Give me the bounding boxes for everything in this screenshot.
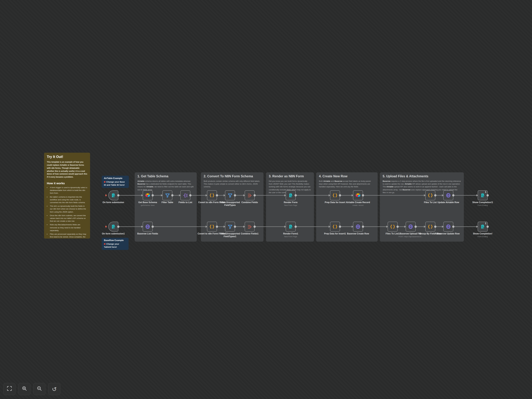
pin-icon: [104, 181, 105, 183]
input-port[interactable]: [424, 226, 425, 228]
node-combine-fields[interactable]: Combine Fields: [245, 190, 255, 200]
output-port[interactable]: [362, 194, 364, 196]
output-port[interactable]: [189, 194, 191, 196]
input-port[interactable]: [179, 194, 181, 196]
try-it-out-sticky-note[interactable]: Try It Out!This template is an example o…: [44, 153, 90, 239]
node-filter-table[interactable]: Filter Table: [162, 190, 172, 200]
output-port[interactable]: [414, 226, 417, 228]
fit-view-button[interactable]: [3, 383, 16, 395]
section-panel[interactable]: 4. Create New RowBoth Airtable and Baser…: [316, 172, 378, 242]
node-baserow-update-row[interactable]: Baserow Update Row: [443, 222, 453, 232]
node-files-to-list1[interactable]: Files To List1: [388, 222, 398, 232]
output-port[interactable]: [234, 226, 236, 228]
input-port[interactable]: [351, 226, 353, 228]
input-port[interactable]: [284, 226, 286, 228]
output-port[interactable]: [486, 194, 489, 196]
note-bullet: Note any files/attachments fields are re…: [50, 223, 87, 232]
zoom-in-button[interactable]: [18, 383, 31, 395]
node-prep-data-for-insert[interactable]: Prep Data for Insert: [330, 190, 340, 200]
node-fields-to-list[interactable]: Fields to List: [180, 190, 190, 200]
workflow-canvas[interactable]: 1. Get Table SchemaAirtable schema retur…: [0, 0, 532, 399]
output-port[interactable]: [486, 226, 489, 228]
node-baserow-create-row[interactable]: Baserow Create Row: [353, 222, 363, 232]
output-port[interactable]: [294, 194, 297, 196]
filter-icon: [165, 193, 170, 198]
node-group-by-fieldname[interactable]: Group By FieldName: [425, 222, 435, 232]
node-filter-unsupported-fieldtypes[interactable]: Filter Unsupported FieldTypes: [225, 190, 235, 200]
input-port[interactable]: [284, 194, 286, 196]
output-port[interactable]: [152, 226, 154, 228]
output-port[interactable]: [152, 194, 154, 196]
output-port[interactable]: [434, 226, 436, 228]
input-port[interactable]: [205, 226, 207, 228]
node-sublabel: create: record: [342, 204, 374, 206]
node-show-completion[interactable]: 1Show Completion!Form Ending: [478, 222, 488, 232]
input-port[interactable]: [442, 226, 443, 228]
code-icon: [390, 224, 395, 229]
node-covert-to-n8n-form-fields[interactable]: Covert to n8n Form Fields: [207, 190, 217, 200]
node-render-form1[interactable]: Render Form1Next Form Page: [286, 222, 296, 232]
output-port[interactable]: [253, 194, 256, 196]
input-port[interactable]: [476, 226, 478, 228]
input-port[interactable]: [329, 226, 330, 228]
node-update-airtable-row[interactable]: Update Airtable Row: [443, 190, 453, 200]
output-port[interactable]: [234, 194, 236, 196]
input-port[interactable]: [223, 226, 225, 228]
splitout-icon: [183, 193, 188, 198]
input-port[interactable]: [424, 194, 425, 196]
baserow-example-sticky-note[interactable]: BaseRow Example Change your TableId here…: [102, 238, 129, 250]
output-port[interactable]: [452, 194, 454, 196]
output-port[interactable]: [396, 226, 399, 228]
note-bullet: A form trigger is used to dynamically se…: [50, 186, 87, 195]
node-show-completion-1[interactable]: 1Show Completion!1Form Ending: [478, 190, 488, 200]
output-port[interactable]: [339, 194, 341, 196]
undo-button[interactable]: ↺: [48, 383, 60, 395]
note-heading: How it works: [47, 182, 87, 185]
output-port[interactable]: [253, 226, 256, 228]
zoom-out-button[interactable]: [33, 383, 45, 395]
node-filter-unsupported-fieldtypes1[interactable]: Filter Unsupported FieldTypes1: [225, 222, 235, 232]
output-port[interactable]: [362, 226, 364, 228]
input-port[interactable]: [223, 194, 225, 196]
output-port[interactable]: [117, 194, 119, 196]
filter-icon: [227, 193, 233, 198]
node-airtable-create-record[interactable]: Airtable Create Recordcreate: record: [353, 190, 363, 200]
globe-icon: [408, 224, 413, 229]
input-port[interactable]: [141, 194, 143, 196]
input-port[interactable]: [141, 226, 143, 228]
input-port[interactable]: [476, 194, 478, 196]
node-covert-to-n8n-form-fields1[interactable]: Covert to n8n Form Fields1: [207, 222, 217, 232]
node-label: Combine Fields: [234, 201, 265, 204]
node-get-base-schema[interactable]: Get Base SchemagetSchema: base: [143, 190, 153, 200]
input-port[interactable]: [351, 194, 353, 196]
note-title: Try It Out!: [47, 155, 87, 159]
globe-icon: [446, 224, 451, 229]
node-render-form[interactable]: Render FormNext Form Page: [286, 190, 296, 200]
output-port[interactable]: [216, 194, 218, 196]
output-port[interactable]: [339, 226, 341, 228]
output-port[interactable]: [171, 194, 173, 196]
input-port[interactable]: [404, 226, 406, 228]
input-port[interactable]: [329, 194, 330, 196]
node-on-form-submission1[interactable]: On form submission1: [108, 222, 118, 232]
airtable-icon: [145, 193, 151, 198]
node-baserow-list-fields[interactable]: Baserow List Fields: [143, 222, 153, 232]
input-port[interactable]: [205, 194, 207, 196]
globe-icon: [446, 193, 451, 198]
node-files-to-list[interactable]: Files To List: [425, 190, 435, 200]
input-port[interactable]: [442, 194, 443, 196]
node-on-form-submission[interactable]: On form submission: [108, 190, 118, 200]
node-baserow-upload-file[interactable]: Baserow Upload FilePOST: https://api.bas…: [406, 222, 416, 232]
input-port[interactable]: [161, 194, 163, 196]
output-port[interactable]: [216, 226, 218, 228]
input-port[interactable]: [243, 226, 245, 228]
node-prep-data-for-insert1[interactable]: Prep Data for Insert1: [330, 222, 340, 232]
node-combine-fields1[interactable]: Combine Fields1: [245, 222, 255, 232]
input-port[interactable]: [386, 226, 388, 228]
output-port[interactable]: [452, 226, 454, 228]
input-port[interactable]: [243, 194, 245, 196]
output-port[interactable]: [434, 194, 436, 196]
airtable-example-sticky-note[interactable]: AirTable Example Change your Base ID and…: [102, 176, 129, 188]
output-port[interactable]: [117, 226, 119, 228]
output-port[interactable]: [294, 226, 297, 228]
